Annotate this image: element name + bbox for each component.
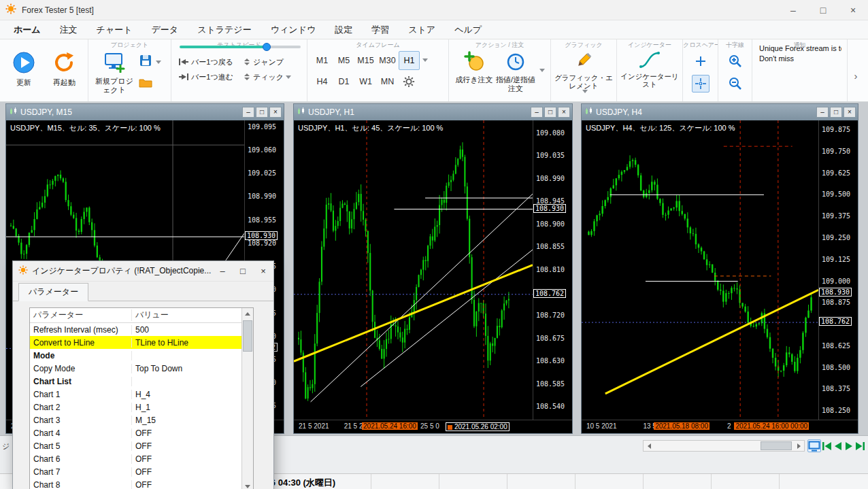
menu-item-6[interactable]: ウィンドウ [261,20,326,39]
scrollbar-track[interactable] [654,441,793,451]
chart-hscrollbar[interactable] [643,440,805,452]
chart-maximize-button[interactable]: □ [256,107,268,118]
window-close-button[interactable]: × [838,0,868,20]
dialog-titlebar[interactable]: インジケータープロパティ (!RAT_ObjectCopie... – □ × [13,261,273,282]
plus-tool-icon[interactable] [692,52,710,70]
orders-dropdown-icon[interactable] [539,69,545,72]
param-row-3[interactable]: Mode [30,349,241,362]
settings-gear-icon[interactable] [403,75,415,88]
bottom-side-label[interactable]: ジ [2,441,10,452]
jump-button[interactable]: ジャンプ [253,57,284,67]
param-row-4[interactable]: Copy ModeTop To Down [30,362,241,375]
graphic-elements-button[interactable]: グラフィック・エレメント [551,50,616,93]
chart-titlebar[interactable]: USDJPY, M15 – □ × [6,104,284,120]
chart-close-button[interactable]: × [844,107,856,118]
menu-item-1[interactable]: ホーム [4,20,50,39]
param-row-6[interactable]: Chart 1H_4 [30,388,241,401]
window-minimize-button[interactable]: – [778,0,808,20]
chart-minimize-button[interactable]: – [242,107,254,118]
graphic-dropdown-icon[interactable] [582,90,588,93]
timeframe-m15[interactable]: M15 [355,51,376,70]
tab-parameters[interactable]: パラメーター [18,283,88,301]
chart-minimize-button[interactable]: – [531,107,543,118]
timeframe-w1[interactable]: W1 [355,72,376,91]
zoom-out-icon[interactable] [727,75,744,92]
chart-close-button[interactable]: × [269,107,282,118]
scrollbar-thumb[interactable] [761,441,792,450]
param-row-1[interactable]: Refresh Interval (msec)500 [30,323,241,336]
scroll-left-icon[interactable] [644,441,654,451]
timeframe-m5[interactable]: M5 [333,51,354,70]
go-end-button[interactable] [853,439,867,452]
slider-track[interactable] [180,46,301,48]
chart-titlebar[interactable]: USDJPY, H1 – □ × [294,104,572,120]
pending-order-button[interactable]: 指値/逆指値注文 [494,51,537,93]
scroll-right-icon[interactable] [793,441,804,451]
update-button[interactable]: 更新 [5,51,42,87]
zoom-in-icon[interactable] [727,52,744,70]
notification-text-line2[interactable]: Don't miss [759,54,841,64]
param-row-7[interactable]: Chart 2H_1 [30,401,241,414]
indicator-list-button[interactable]: インジケーターリスト [617,50,682,88]
menu-item-5[interactable]: ストラテジー [188,20,261,39]
chart-titlebar[interactable]: USDJPY, H4 – □ × [582,104,858,120]
param-row-5[interactable]: Chart List [30,375,241,388]
scroll-down-icon[interactable] [242,481,253,489]
bar-back-button[interactable]: バー1つ戻る [191,57,243,67]
param-row-10[interactable]: Chart 5OFF [30,439,241,452]
chart-plot[interactable] [294,120,533,420]
chart-close-button[interactable]: × [558,107,570,118]
scroll-up-icon[interactable] [242,308,253,319]
timeframe-h4[interactable]: H4 [312,72,333,91]
param-row-12[interactable]: Chart 7OFF [30,465,241,478]
chart-window-usdjpy-h1[interactable]: USDJPY, H1 – □ × USDJPY、H1、セル: 45、スケール: … [293,103,573,434]
dialog-scrollbar[interactable] [241,308,253,489]
dialog-minimize-button[interactable]: – [212,261,233,282]
time-axis[interactable]: 21 5 202121 5 22021.05.24 16:0025 5 0202… [294,420,572,433]
chart-maximize-button[interactable]: □ [544,107,556,118]
price-scale[interactable]: 109.080109.035108.990108.945108.900108.8… [533,120,572,420]
menu-item-9[interactable]: ストア [399,20,445,39]
bar-forward-button[interactable]: バー1つ進む [191,72,243,82]
market-order-button[interactable]: 成行き注文 [454,51,494,93]
indicator-properties-dialog[interactable]: インジケータープロパティ (!RAT_ObjectCopie... – □ × … [12,260,274,489]
menu-item-8[interactable]: 学習 [362,20,399,39]
chart-window-usdjpy-h4[interactable]: USDJPY, H4 – □ × USDJPY、H4、セル: 125、スケール:… [581,103,858,434]
dialog-close-button[interactable]: × [253,261,273,282]
restart-button[interactable]: 再起動 [46,51,83,87]
new-project-button[interactable]: 新規プロジェクト [93,51,136,95]
param-row-11[interactable]: Chart 6OFF [30,452,241,465]
menu-item-3[interactable]: チャート [87,20,142,39]
dialog-maximize-button[interactable]: □ [233,261,253,282]
param-row-9[interactable]: Chart 4OFF [30,426,241,439]
window-maximize-button[interactable]: □ [808,0,838,20]
menu-item-4[interactable]: データ [142,20,188,39]
timeframe-dropdown-icon[interactable] [422,58,428,62]
menu-item-10[interactable]: ヘルプ [445,20,491,39]
auto-scroll-button[interactable] [807,439,821,452]
chart-minimize-button[interactable]: – [816,107,829,118]
param-row-8[interactable]: Chart 3M_15 [30,414,241,426]
param-row-13[interactable]: Chart 8OFF [30,478,241,489]
time-axis[interactable]: 10 5 202113 5 042021.05.18 08:0022021.05… [582,420,858,433]
timeframe-m30[interactable]: M30 [377,51,398,70]
slider-handle[interactable] [263,43,271,51]
chart-maximize-button[interactable]: □ [830,107,842,118]
ribbon-expand-icon[interactable]: › [854,70,858,82]
menu-item-7[interactable]: 設定 [325,20,362,39]
tick-button[interactable]: ティック [253,72,284,82]
timeframe-d1[interactable]: D1 [333,72,354,91]
save-dropdown-icon[interactable] [156,61,161,64]
param-row-2[interactable]: Convert to HLineTLine to HLine [30,336,241,349]
tick-dropdown-icon[interactable] [286,75,291,79]
timeframe-h1[interactable]: H1 [399,51,420,70]
crosshair-tool-icon[interactable] [692,75,710,92]
timeframe-m1[interactable]: M1 [312,51,333,70]
chart-plot[interactable] [582,120,818,420]
test-speed-slider[interactable] [180,42,301,52]
save-icon[interactable] [139,54,152,70]
timeframe-mn[interactable]: MN [377,72,398,91]
dialog-scrollbar-thumb[interactable] [243,320,252,352]
open-folder-icon[interactable] [139,77,152,90]
price-scale[interactable]: 109.875109.750109.625109.500109.375109.2… [818,120,858,420]
